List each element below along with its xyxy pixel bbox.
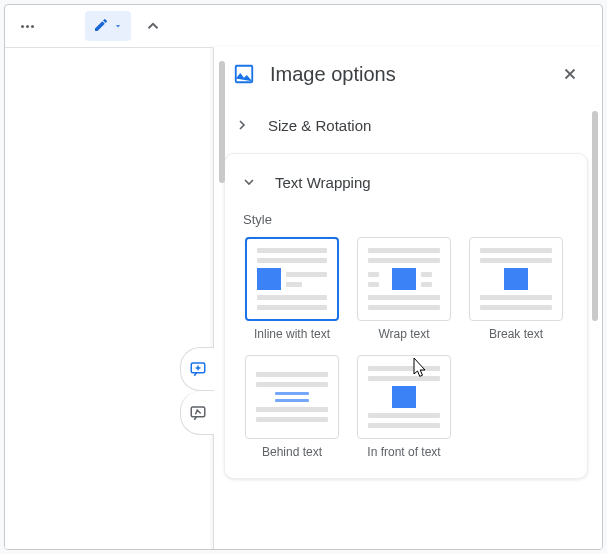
- panel-title: Image options: [270, 63, 540, 86]
- caret-down-icon: [113, 21, 123, 31]
- more-menu-button[interactable]: [13, 25, 41, 28]
- section-size-rotation[interactable]: Size & Rotation: [232, 115, 588, 135]
- chevron-right-icon: [232, 115, 252, 135]
- suggest-edits-button[interactable]: [180, 391, 214, 435]
- wrap-option-break[interactable]: Break text: [467, 237, 565, 341]
- image-icon: [232, 62, 256, 86]
- wrap-option-tile: [245, 355, 339, 439]
- wrap-option-inline[interactable]: Inline with text: [243, 237, 341, 341]
- svg-rect-1: [191, 407, 205, 417]
- wrap-option-tile: [469, 237, 563, 321]
- pencil-icon: [93, 17, 109, 36]
- wrap-option-front[interactable]: In front of text: [355, 355, 453, 459]
- wrap-option-tile: [357, 355, 451, 439]
- section-label: Size & Rotation: [268, 117, 371, 134]
- close-panel-button[interactable]: [554, 58, 586, 90]
- panel-scrollbar[interactable]: [592, 111, 598, 321]
- document-canvas[interactable]: [5, 47, 213, 549]
- style-label: Style: [225, 200, 587, 237]
- chevron-down-icon: [239, 172, 259, 192]
- wrap-option-wrap[interactable]: Wrap text: [355, 237, 453, 341]
- wrap-option-tile: [357, 237, 451, 321]
- add-comment-button[interactable]: [180, 347, 214, 391]
- section-label: Text Wrapping: [275, 174, 371, 191]
- collapse-toolbar-button[interactable]: [137, 11, 169, 41]
- section-text-wrapping[interactable]: Text Wrapping: [239, 172, 573, 192]
- document-scrollbar[interactable]: [219, 61, 225, 183]
- editing-mode-button[interactable]: [85, 11, 131, 41]
- wrap-option-behind[interactable]: Behind text: [243, 355, 341, 459]
- wrap-option-tile: [245, 237, 339, 321]
